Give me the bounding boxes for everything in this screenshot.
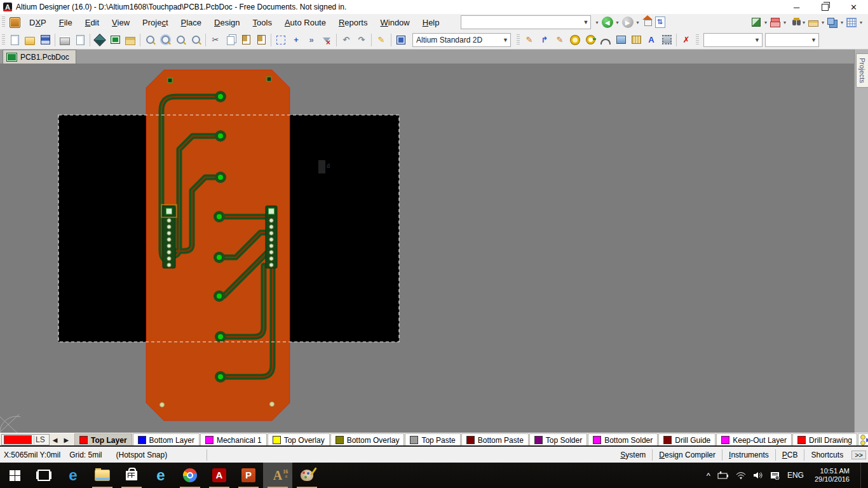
place-pad-icon[interactable] (568, 33, 582, 47)
projects-panel-tab[interactable]: Projects (856, 53, 868, 88)
language-indicator[interactable]: ENG (787, 471, 804, 480)
print-preview-icon[interactable] (73, 33, 87, 47)
ghost-component[interactable] (318, 160, 325, 173)
layer-stack-dropdown[interactable]: ▾ (783, 20, 786, 25)
grid-settings-icon[interactable] (844, 15, 858, 29)
corner-fiducial-square[interactable] (168, 78, 172, 83)
measure-dropdown[interactable]: ▾ (764, 20, 767, 25)
scroll-layers-left[interactable]: ◀ (50, 437, 61, 444)
taskbar-internet-explorer-icon[interactable]: e (146, 463, 175, 488)
menu-design[interactable]: Design (208, 16, 246, 29)
menu-view[interactable]: View (105, 16, 136, 29)
connector-pin-pad[interactable] (269, 244, 273, 248)
place-array-icon[interactable] (629, 33, 643, 47)
interactive-routing-icon[interactable]: ✎ (522, 33, 536, 47)
layer-tab-bottom-paste[interactable]: Bottom Paste (461, 433, 529, 446)
extra-combobox-1[interactable]: ▼ (703, 33, 763, 47)
layer-tab-mechanical-1[interactable]: Mechanical 1 (200, 433, 267, 446)
browse-library-icon[interactable] (394, 33, 408, 47)
address-combobox[interactable]: ▼ (461, 15, 591, 29)
taskbar-powerpoint-icon[interactable]: P (234, 463, 263, 488)
workspace-panel-icon[interactable] (123, 33, 137, 47)
menu-window[interactable]: Window (374, 16, 416, 29)
connector-pin-pad[interactable] (269, 238, 273, 241)
select-area-icon[interactable] (274, 33, 288, 47)
no-erc-marker-icon[interactable]: ✗ (679, 33, 693, 47)
layer-tab-top-overlay[interactable]: Top Overlay (268, 433, 330, 446)
grid-settings-dropdown[interactable]: ▾ (860, 20, 862, 25)
apply-selection-icon[interactable]: » (304, 33, 318, 47)
speaker-icon[interactable] (753, 471, 763, 479)
forward-icon[interactable]: ▶ (622, 17, 634, 28)
zoom-in-icon[interactable] (173, 33, 187, 47)
taskbar-task-view-icon[interactable] (29, 463, 58, 488)
new-document-icon[interactable] (8, 33, 22, 47)
panel-button-instruments[interactable]: Instruments (722, 451, 775, 459)
connector-square-pad[interactable] (166, 208, 172, 214)
taskbar-chrome-icon[interactable] (175, 463, 205, 488)
place-via-icon[interactable] (583, 33, 597, 47)
connector-pin-pad[interactable] (167, 257, 171, 261)
clear-filter-icon[interactable] (320, 33, 334, 47)
place-string-icon[interactable]: A (644, 33, 658, 47)
save-document-icon[interactable] (38, 33, 52, 47)
taskbar-acrobat-icon[interactable]: A (205, 463, 234, 488)
pcb-canvas[interactable]: d (0, 64, 854, 433)
paste-special-icon[interactable] (254, 33, 268, 47)
taskbar-paint-icon[interactable] (292, 463, 322, 488)
taskbar-start-icon[interactable] (0, 463, 29, 488)
refresh-document-icon[interactable]: ⇅ (655, 17, 665, 28)
menu-edit[interactable]: Edit (79, 16, 105, 29)
menu-project[interactable]: Project (136, 16, 174, 29)
layer-tab-drill-drawing[interactable]: Drill Drawing (792, 433, 857, 446)
dimension-icon[interactable] (806, 15, 820, 29)
battery-icon[interactable] (717, 471, 729, 479)
find-dropdown[interactable]: ▾ (803, 20, 805, 25)
home-icon[interactable] (642, 19, 653, 28)
corner-mounting-pad[interactable] (160, 403, 165, 407)
layer-tab-bottom-layer[interactable]: Bottom Layer (133, 433, 200, 446)
layer-tab-bottom-overlay[interactable]: Bottom Overlay (330, 433, 405, 446)
place-fill-icon[interactable] (614, 33, 628, 47)
show-desktop-button[interactable] (860, 463, 864, 488)
dimension-dropdown[interactable]: ▾ (822, 20, 824, 25)
menu-auto-route[interactable]: Auto Route (278, 16, 332, 29)
corner-fiducial-square[interactable] (267, 77, 271, 81)
zoom-area-icon[interactable] (158, 33, 172, 47)
connector-pin-pad[interactable] (167, 238, 171, 241)
toolbar-grip[interactable] (517, 34, 520, 46)
panel-button-system[interactable]: System (614, 451, 652, 459)
route-escape-icon[interactable]: ↱ (538, 33, 552, 47)
layer-tab-top-paste[interactable]: Top Paste (405, 433, 460, 446)
layer-set-control[interactable]: LS (1, 434, 50, 445)
place-arc-icon[interactable] (599, 33, 613, 47)
rooms-dropdown[interactable]: ▾ (841, 20, 843, 25)
minimize-button[interactable]: ─ (782, 0, 811, 14)
back-icon[interactable]: ◀ (602, 17, 613, 28)
panel-button-pcb[interactable]: PCB (776, 451, 804, 459)
taskbar-altium-designer-icon[interactable]: A168 (263, 463, 292, 488)
panel-button-shortcuts[interactable]: Shortcuts (804, 451, 850, 459)
layer-tabs-options[interactable]: ▶ (858, 433, 868, 446)
taskbar-file-explorer-icon[interactable] (88, 463, 117, 488)
rooms-icon[interactable] (825, 15, 839, 29)
layer-stack-icon[interactable] (768, 15, 782, 29)
connector-pin-pad[interactable] (167, 219, 171, 222)
smart-wand-icon[interactable]: ✎ (374, 33, 388, 47)
scroll-layers-right[interactable]: ▶ (60, 437, 72, 444)
zoom-fit-icon[interactable] (143, 33, 157, 47)
redo-icon[interactable]: ↷ (355, 33, 369, 47)
pcb-document-icon[interactable] (108, 33, 122, 47)
wifi-icon[interactable] (736, 471, 746, 479)
connector-pin-pad[interactable] (167, 244, 171, 248)
toolbar-grip[interactable] (2, 34, 5, 46)
action-center-icon[interactable] (770, 471, 780, 480)
layer-set-label[interactable]: LS (34, 435, 49, 444)
layer-tab-top-solder[interactable]: Top Solder (529, 433, 587, 446)
taskbar-windows-store-icon[interactable] (117, 463, 146, 488)
open-document-icon[interactable] (23, 33, 37, 47)
menu-tools[interactable]: Tools (247, 16, 278, 29)
menu-help[interactable]: Help (416, 16, 446, 29)
connector-pin-pad[interactable] (167, 231, 171, 235)
close-button[interactable]: ✕ (839, 0, 868, 14)
